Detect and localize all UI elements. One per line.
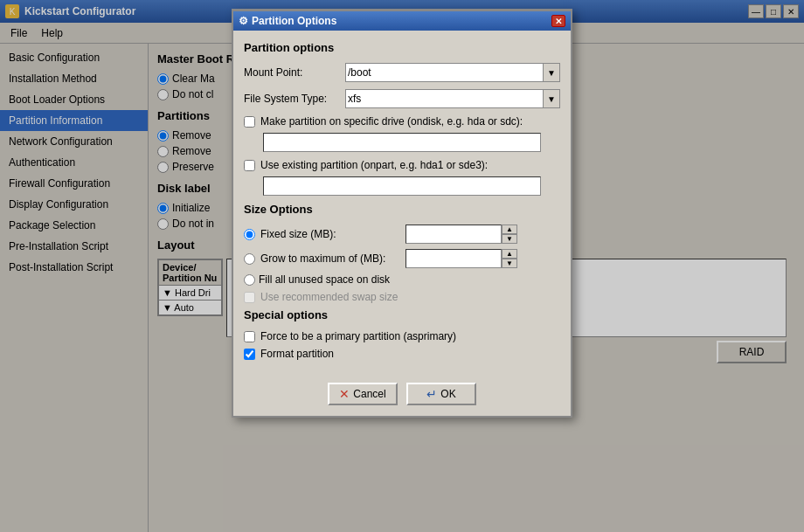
- force-primary-row: Force to be a primary partition (asprima…: [244, 330, 560, 342]
- mount-point-label: Mount Point:: [244, 66, 340, 79]
- specific-drive-input-box: [263, 133, 560, 152]
- dialog-title: ⚙ Partition Options: [239, 15, 336, 27]
- existing-partition-input-box: [263, 176, 560, 196]
- fixed-size-label: Fixed size (MB):: [260, 228, 400, 240]
- fill-all-radio[interactable]: [244, 274, 255, 286]
- mount-point-dropdown-arrow[interactable]: ▼: [543, 63, 560, 82]
- dialog-close-button[interactable]: ✕: [551, 15, 565, 27]
- fixed-size-spinner: ▲ ▼: [502, 225, 517, 244]
- fill-all-label: Fill all unused space on disk: [259, 273, 390, 286]
- file-system-type-row: File System Type: xfs ext4 ext3 swap ▼: [244, 89, 560, 108]
- existing-partition-label: Use existing partition (onpart, e.g. hda…: [260, 159, 488, 171]
- format-partition-label: Format partition: [260, 348, 334, 360]
- fixed-size-decrement[interactable]: ▼: [502, 234, 516, 243]
- specific-drive-checkbox[interactable]: [244, 116, 255, 128]
- grow-max-radio[interactable]: [244, 253, 255, 265]
- grow-max-spinner: ▲ ▼: [502, 249, 517, 268]
- file-system-type-dropdown-arrow[interactable]: ▼: [543, 89, 560, 108]
- specific-drive-row: Make partition on specific drive (ondisk…: [244, 115, 560, 128]
- existing-partition-checkbox[interactable]: [244, 160, 255, 171]
- file-system-type-select-container: xfs ext4 ext3 swap ▼: [345, 89, 560, 108]
- special-options-section-title: Special options: [244, 308, 560, 321]
- fixed-size-radio[interactable]: [244, 229, 255, 240]
- fixed-size-increment[interactable]: ▲: [502, 225, 516, 234]
- format-partition-checkbox[interactable]: [244, 349, 255, 360]
- recommended-swap-row: Use recommended swap size: [244, 291, 560, 303]
- dialog-icon: ⚙: [239, 15, 248, 27]
- mount-point-select-container: /boot / /home /var ▼: [345, 63, 560, 82]
- format-partition-row: Format partition: [244, 348, 560, 360]
- grow-max-row: Grow to maximum of (MB): 1 ▲ ▼: [244, 249, 560, 268]
- mount-point-row: Mount Point: /boot / /home /var ▼: [244, 63, 560, 82]
- grow-max-label: Grow to maximum of (MB):: [260, 252, 400, 265]
- size-options-section-title: Size Options: [244, 203, 560, 216]
- grow-max-decrement[interactable]: ▼: [502, 259, 516, 267]
- fixed-size-input-group: 512 ▲ ▼: [405, 225, 517, 244]
- force-primary-label: Force to be a primary partition (asprima…: [260, 330, 456, 342]
- partition-options-section-title: Partition options: [244, 41, 560, 54]
- grow-max-increment[interactable]: ▲: [502, 250, 516, 259]
- recommended-swap-checkbox: [244, 292, 255, 303]
- dialog-title-bar: ⚙ Partition Options ✕: [233, 11, 571, 31]
- force-primary-checkbox[interactable]: [244, 331, 255, 342]
- fixed-size-input[interactable]: 512: [405, 225, 502, 244]
- recommended-swap-label: Use recommended swap size: [260, 291, 398, 303]
- fill-all-row: Fill all unused space on disk: [244, 273, 560, 286]
- specific-drive-input[interactable]: [263, 133, 541, 152]
- dialog-body: Partition options Mount Point: /boot / /…: [233, 31, 571, 376]
- dialog-footer: ✕ Cancel ↵ OK: [233, 376, 571, 416]
- partition-options-dialog: ⚙ Partition Options ✕ Partition options …: [232, 9, 572, 418]
- existing-partition-row: Use existing partition (onpart, e.g. hda…: [244, 159, 560, 171]
- dialog-overlay: ⚙ Partition Options ✕ Partition options …: [0, 0, 804, 532]
- file-system-type-select[interactable]: xfs ext4 ext3 swap: [345, 89, 543, 108]
- file-system-type-label: File System Type:: [244, 93, 340, 105]
- grow-max-input[interactable]: 1: [405, 249, 502, 268]
- cancel-button[interactable]: ✕ Cancel: [328, 383, 398, 405]
- ok-button[interactable]: ↵ OK: [406, 383, 476, 405]
- existing-partition-input[interactable]: [263, 176, 541, 196]
- fixed-size-row: Fixed size (MB): 512 ▲ ▼: [244, 225, 560, 244]
- specific-drive-label: Make partition on specific drive (ondisk…: [260, 115, 523, 128]
- grow-max-input-group: 1 ▲ ▼: [405, 249, 517, 268]
- ok-icon: ↵: [426, 387, 437, 401]
- mount-point-select[interactable]: /boot / /home /var: [345, 63, 543, 82]
- cancel-icon: ✕: [339, 387, 350, 401]
